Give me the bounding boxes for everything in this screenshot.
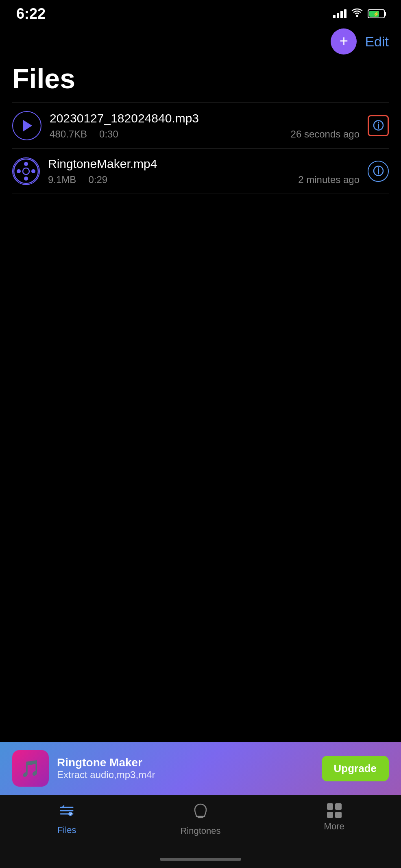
svg-point-6 (31, 169, 35, 173)
tab-files[interactable]: Files (0, 803, 134, 835)
ad-text: Ringtone Maker Extract audio,mp3,m4r (57, 756, 314, 781)
upgrade-button[interactable]: Upgrade (322, 756, 389, 781)
tab-more-label: More (324, 821, 344, 832)
info-button-2[interactable]: ⓘ (368, 161, 389, 182)
file-size-2: 9.1MB (48, 174, 76, 185)
wifi-icon (351, 8, 363, 20)
file-timestamp-1: 26 seconds ago (291, 129, 360, 140)
svg-point-4 (24, 177, 28, 181)
file-item-2[interactable]: RingtoneMaker.mp4 9.1MB 0:29 2 minutes a… (12, 149, 389, 194)
status-bar: 6:22 ⚡ (0, 0, 401, 24)
file-item-1[interactable]: 20230127_182024840.mp3 480.7KB 0:30 26 s… (12, 103, 389, 149)
file-name-2: RingtoneMaker.mp4 (48, 157, 360, 171)
svg-point-5 (17, 169, 21, 173)
ad-title: Ringtone Maker (57, 756, 314, 769)
ringtones-tab-icon (193, 803, 208, 822)
file-timestamp-2: 2 minutes ago (298, 174, 360, 185)
page-title: Files (0, 59, 401, 103)
status-time: 6:22 (16, 5, 46, 22)
file-meta-1: 480.7KB 0:30 26 seconds ago (50, 129, 360, 140)
files-tab-icon (59, 803, 74, 822)
tab-ringtones-label: Ringtones (180, 826, 220, 836)
info-button-1[interactable]: ⓘ (368, 115, 389, 136)
tab-more[interactable]: More (267, 803, 401, 832)
reel-icon (12, 157, 40, 185)
file-list: 20230127_182024840.mp3 480.7KB 0:30 26 s… (0, 103, 401, 194)
play-icon (12, 111, 41, 140)
header: + Edit (0, 24, 401, 59)
battery-icon: ⚡ (368, 9, 385, 18)
edit-button[interactable]: Edit (365, 34, 389, 50)
ad-app-icon: 🎵 (12, 750, 49, 787)
tab-bar: Files Ringtones More (0, 795, 401, 868)
status-icons: ⚡ (333, 8, 385, 20)
main-content (0, 194, 401, 682)
svg-point-0 (356, 15, 358, 17)
file-name-1: 20230127_182024840.mp3 (50, 111, 360, 125)
svg-point-3 (24, 162, 28, 166)
svg-point-2 (23, 168, 29, 174)
ad-subtitle: Extract audio,mp3,m4r (57, 769, 314, 781)
file-size-1: 480.7KB (50, 129, 87, 140)
ad-banner: 🎵 Ringtone Maker Extract audio,mp3,m4r U… (0, 742, 401, 795)
add-button[interactable]: + (331, 28, 357, 55)
file-duration-2: 0:29 (88, 174, 107, 185)
tab-files-label: Files (57, 825, 76, 835)
tab-ringtones[interactable]: Ringtones (134, 803, 268, 836)
home-indicator (160, 858, 241, 861)
file-meta-2: 9.1MB 0:29 2 minutes ago (48, 174, 360, 185)
signal-icon (333, 9, 347, 18)
more-tab-icon (327, 803, 342, 818)
file-info-1: 20230127_182024840.mp3 480.7KB 0:30 26 s… (50, 111, 360, 140)
file-duration-1: 0:30 (99, 129, 118, 140)
file-info-2: RingtoneMaker.mp4 9.1MB 0:29 2 minutes a… (48, 157, 360, 185)
